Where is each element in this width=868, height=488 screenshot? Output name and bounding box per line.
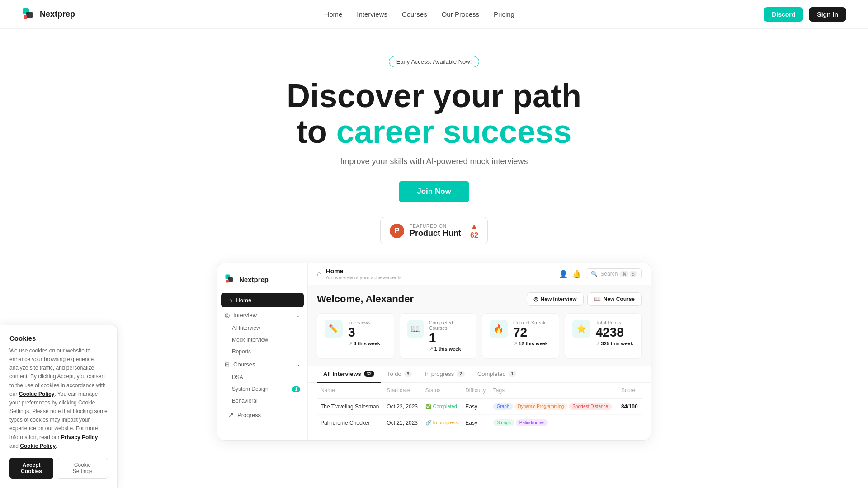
topbar-profile-icon[interactable]: 👤 (559, 270, 568, 278)
dsa-label: DSA (232, 374, 243, 380)
tag: Strings (493, 419, 514, 426)
points-stat-icon: ⭐ (572, 320, 590, 338)
topbar-home-icon: ⌂ (317, 270, 321, 278)
hero-subtitle: Improve your skills with AI-powered mock… (340, 157, 528, 166)
nav-home[interactable]: Home (324, 10, 342, 18)
cookie-actions: Accept Cookies Cookie Settings (9, 458, 108, 468)
courses-icon: ⊞ (225, 361, 230, 368)
tabs-row: All Interviews 32 To do 9 In progress 2 … (308, 366, 651, 383)
product-hunt-logo: P (390, 224, 404, 238)
sidebar-courses-label: Courses (233, 361, 255, 368)
topbar-left: ⌂ Home An overview of your achievements (317, 267, 401, 280)
discord-button[interactable]: Discord (764, 7, 803, 22)
logo-icon (22, 7, 36, 22)
courses-stat-icon: 📖 (407, 320, 424, 338)
cell-date: Oct 21, 2023 (383, 415, 421, 431)
new-course-button[interactable]: 📖 New Course (587, 292, 642, 306)
sidebar-logo: Nextprep (217, 270, 307, 292)
status-inprogress: 🔗 In progress (425, 420, 458, 426)
sidebar-item-dsa[interactable]: DSA (217, 371, 307, 383)
privacy-policy-link[interactable]: Privacy Policy (61, 434, 98, 441)
interviews-stat-value: 3 (348, 326, 380, 339)
interviews-table-wrap: Name Start date Status Difficulty Tags S… (308, 383, 651, 440)
sidebar-item-courses[interactable]: ⊞ Courses ⌄ (217, 357, 307, 371)
search-placeholder-text: Search (600, 271, 618, 277)
logo-text: Nextprep (40, 9, 75, 19)
ph-arrow-icon: ▲ (470, 222, 478, 231)
interviews-stat-info: Interviews 3 ↗ 3 this week (348, 320, 380, 347)
interviews-table: Name Start date Status Difficulty Tags S… (317, 383, 642, 431)
sidebar-item-reports[interactable]: Reports (217, 346, 307, 357)
cookie-settings-button[interactable]: Cookie Settings (57, 458, 108, 468)
topbar-title: Home (326, 267, 402, 275)
reports-label: Reports (232, 348, 251, 355)
welcome-title: Welcome, Alexander (317, 293, 414, 305)
behavioral-label: Behavioral (232, 398, 258, 404)
tab-all-interviews[interactable]: All Interviews 32 (317, 366, 381, 383)
new-interview-button[interactable]: ◎ New Interview (527, 292, 584, 306)
tab-todo[interactable]: To do 9 (381, 366, 418, 383)
search-icon: 🔍 (591, 271, 598, 277)
sidebar-item-ai-interview[interactable]: AI Interview (217, 322, 307, 334)
cell-tags: GraphDynamic ProgrammingShortest Distanc… (490, 399, 618, 415)
nav-process[interactable]: Our Process (442, 10, 479, 18)
col-score[interactable]: Score (618, 383, 642, 399)
cookie-title: Cookies (9, 334, 108, 342)
col-name[interactable]: Name (317, 383, 383, 399)
sidebar-logo-text: Nextprep (239, 276, 269, 283)
courses-chevron-icon: ⌄ (295, 361, 300, 368)
col-tags[interactable]: Tags (490, 383, 618, 399)
cell-difficulty: Easy (462, 415, 490, 431)
sidebar-item-system-design[interactable]: System Design 1 (217, 383, 307, 395)
svg-rect-2 (24, 15, 27, 19)
sidebar-home-label: Home (236, 297, 251, 304)
nav-courses[interactable]: Courses (402, 10, 427, 18)
points-stat-label: Total Points (596, 320, 633, 325)
nav-pricing[interactable]: Pricing (494, 10, 514, 18)
logo[interactable]: Nextprep (22, 7, 75, 22)
cell-score: 84/100 (618, 399, 642, 415)
signin-button[interactable]: Sign In (809, 7, 846, 22)
join-now-button[interactable]: Join Now (399, 181, 469, 202)
cell-score (618, 415, 642, 431)
ph-name: Product Hunt (410, 229, 461, 238)
tab-completed[interactable]: Completed 1 (471, 366, 523, 383)
table-row[interactable]: The Traveling Salesman Oct 23, 2023 ✅ Co… (317, 399, 642, 415)
courses-stat-value: 1 (429, 332, 469, 344)
sidebar-item-mock-interview[interactable]: Mock Interview (217, 334, 307, 346)
topbar-bell-icon[interactable]: 🔔 (572, 270, 581, 278)
hero-title-line1: Discover your path (287, 78, 581, 114)
cell-name: Palindrome Checker (317, 415, 383, 431)
streak-stat-value: 72 (513, 326, 548, 339)
col-status[interactable]: Status (422, 383, 462, 399)
points-stat-info: Total Points 4238 ↗ 325 this week (596, 320, 633, 347)
ph-count: 62 (470, 231, 478, 239)
cell-difficulty: Easy (462, 399, 490, 415)
col-date[interactable]: Start date (383, 383, 421, 399)
sidebar: Nextprep ⌂ Home ◎ Interview ⌄ AI Intervi… (217, 263, 308, 440)
sidebar-item-progress[interactable]: ↗ Progress (221, 408, 304, 422)
hero-title: Discover your path to career success (287, 78, 581, 150)
product-hunt-badge[interactable]: P FEATURED ON Product Hunt ▲ 62 (380, 217, 488, 244)
cookie-policy-link2[interactable]: Cookie Policy (20, 443, 56, 449)
tag: Dynamic Programming (514, 403, 568, 410)
tab-inprogress[interactable]: In progress 2 (418, 366, 471, 383)
streak-stat-icon: 🔥 (490, 320, 508, 338)
kbd-cmd: ⌘ (620, 271, 628, 277)
col-difficulty[interactable]: Difficulty (462, 383, 490, 399)
table-row[interactable]: Palindrome Checker Oct 21, 2023 🔗 In pro… (317, 415, 642, 431)
sidebar-item-behavioral[interactable]: Behavioral (217, 395, 307, 407)
nav-interviews[interactable]: Interviews (357, 10, 387, 18)
accept-cookies-button[interactable]: Accept Cookies (9, 458, 53, 468)
sidebar-logo-icon (225, 274, 236, 285)
new-interview-icon: ◎ (533, 296, 538, 302)
search-shortcut: ⌘ S (620, 271, 637, 277)
sidebar-item-home[interactable]: ⌂ Home (221, 293, 304, 307)
tab-completed-count: 1 (509, 371, 517, 377)
tab-inprogress-count: 2 (457, 371, 465, 377)
system-design-badge: 1 (292, 386, 300, 392)
cookie-policy-link[interactable]: Cookie Policy (19, 391, 55, 397)
search-bar[interactable]: 🔍 Search ⌘ S (586, 268, 642, 279)
topbar-title-group: Home An overview of your achievements (326, 267, 402, 280)
sidebar-item-interview[interactable]: ◎ Interview ⌄ (217, 308, 307, 322)
